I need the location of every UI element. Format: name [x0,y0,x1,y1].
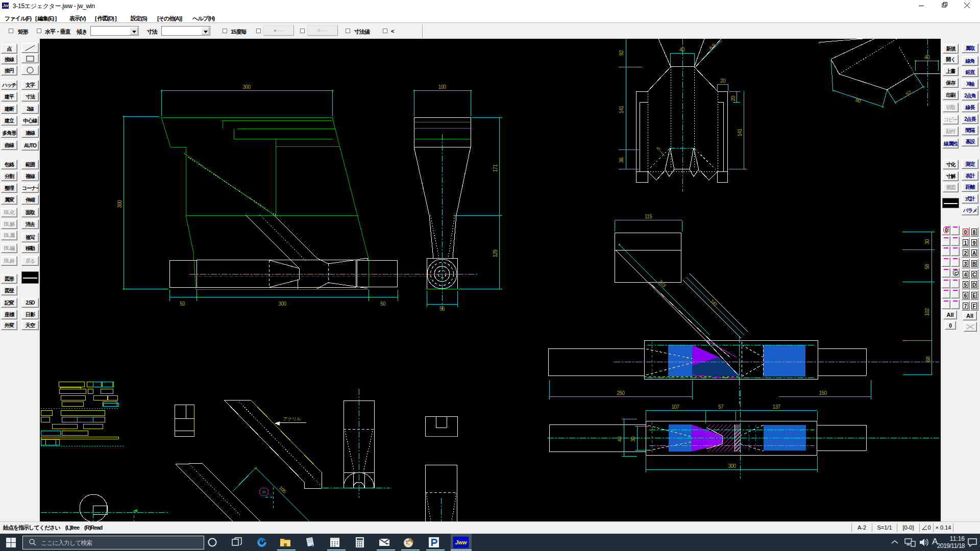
svg-text:36: 36 [619,157,624,163]
svg-text:300: 300 [728,463,736,469]
svg-text:40: 40 [679,47,685,53]
svg-text:56: 56 [439,306,445,312]
svg-text:115: 115 [645,214,652,219]
svg-text:50: 50 [380,301,386,307]
svg-text:20: 20 [720,78,726,84]
svg-text:300: 300 [242,84,251,90]
svg-text:141: 141 [619,105,624,113]
svg-text:58: 58 [924,264,930,269]
svg-text:92: 92 [619,50,624,56]
svg-text:30: 30 [630,436,636,442]
svg-text:アクリル: アクリル [283,416,301,421]
svg-text:129: 129 [493,249,498,257]
svg-text:30: 30 [924,239,930,244]
svg-text:300: 300 [117,199,122,208]
svg-text:20: 20 [262,490,266,494]
svg-text:171: 171 [493,164,498,172]
svg-text:300: 300 [278,301,286,307]
svg-text:150: 150 [819,390,827,396]
svg-text:20: 20 [730,95,736,101]
svg-text:40: 40 [617,436,623,442]
svg-text:102: 102 [924,308,930,316]
svg-text:40: 40 [924,55,930,60]
svg-text:250: 250 [617,390,625,396]
svg-text:68: 68 [925,356,931,362]
svg-text:137: 137 [772,404,780,410]
svg-text:57: 57 [718,404,724,410]
svg-text:100: 100 [438,84,446,90]
svg-text:141: 141 [737,128,743,136]
svg-text:50: 50 [180,301,185,307]
svg-text:107: 107 [671,404,679,410]
